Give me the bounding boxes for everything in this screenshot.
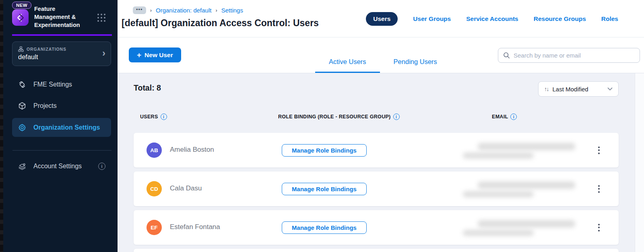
nav-tab-resource-groups[interactable]: Resource Groups [534, 15, 586, 23]
sidebar-item-projects[interactable]: Projects [12, 98, 111, 114]
nav-tab-users[interactable]: Users [366, 12, 398, 26]
sidebar-item-fme-settings[interactable]: FME Settings [12, 76, 111, 93]
user-name: Amelia Boston [170, 146, 214, 154]
row-menu-kebab-icon[interactable] [596, 183, 602, 195]
info-icon[interactable]: i [393, 114, 400, 120]
nav-tab-service-accounts[interactable]: Service Accounts [466, 15, 518, 23]
column-header-users: USERS i [140, 114, 167, 120]
avatar: EF [147, 220, 162, 235]
chevron-right-icon: › [150, 7, 152, 13]
breadcrumb-link-settings[interactable]: Settings [221, 7, 243, 14]
screen: NEW Feature Management & Experimentation [0, 0, 644, 252]
user-name: Cala Dasu [170, 184, 202, 192]
search-input[interactable] [514, 52, 635, 59]
tab-pending-users[interactable]: Pending Users [380, 58, 451, 73]
product-title: Feature Management & Experimentation [34, 5, 80, 29]
sort-dropdown[interactable]: ↑↓ Last Modified [538, 81, 619, 97]
access-control-nav: Users User Groups Service Accounts Resou… [366, 0, 618, 37]
tab-active-users[interactable]: Active Users [315, 58, 380, 73]
redacted-email [463, 153, 534, 159]
organizations-label: ORGANIZATIONS [27, 47, 66, 52]
breadcrumb: ••• › Organization: default › Settings [133, 6, 243, 14]
chevron-right-icon: › [102, 48, 105, 59]
chevron-down-icon [607, 87, 613, 91]
total-count: Total: 8 [134, 83, 161, 93]
new-user-button[interactable]: + New User [129, 48, 181, 62]
users-content: Total: 8 ↑↓ Last Modified USERS i ROLE B… [118, 73, 644, 252]
search-box [498, 48, 640, 63]
sidebar-item-label: Account Settings [33, 163, 82, 170]
sidebar-item-account-settings[interactable]: Account Settings i [12, 158, 111, 174]
redacted-email [478, 220, 575, 227]
info-icon[interactable]: i [510, 114, 517, 120]
toolbar: + New User Active Users Pending Users [118, 37, 644, 73]
apps-grid-icon[interactable] [97, 14, 105, 22]
breadcrumb-ellipsis-button[interactable]: ••• [133, 6, 146, 14]
organization-selector[interactable]: ORGANIZATIONS default › [12, 41, 111, 66]
chevron-right-icon: › [215, 7, 217, 13]
table-row: EF Estefan Fontana Manage Role Bindings [134, 210, 619, 245]
sort-value: Last Modified [553, 86, 604, 93]
sidebar-item-label: FME Settings [33, 81, 72, 88]
table-row: CD Cala Dasu Manage Role Bindings [134, 171, 619, 206]
table-row-partial [134, 249, 619, 252]
user-name: Estefan Fontana [170, 223, 220, 231]
brand-accent-bar [12, 34, 112, 36]
plus-icon: + [137, 51, 141, 59]
gear-icon [18, 123, 27, 132]
main-panel: ••• › Organization: default › Settings [… [118, 0, 644, 252]
breadcrumb-link-organization[interactable]: Organization: default [156, 7, 211, 14]
avatar: AB [147, 143, 162, 158]
search-icon [503, 52, 510, 59]
product-brand: NEW Feature Management & Experimentation [3, 0, 118, 35]
sidebar-divider [12, 150, 111, 151]
table-header-row: USERS i ROLE BINDING (ROLE - RESOURCE GR… [118, 114, 644, 121]
info-icon[interactable]: i [161, 114, 167, 120]
page-title: [default] Organization Access Control: U… [122, 18, 319, 29]
user-list: AB Amelia Boston Manage Role Bindings CD… [134, 133, 619, 252]
desktop-edge-strip [0, 0, 3, 252]
avatar: CD [147, 181, 162, 196]
scroll-gutter[interactable] [635, 73, 644, 252]
info-icon[interactable]: i [98, 163, 105, 170]
sort-arrows-icon: ↑↓ [544, 86, 549, 92]
manage-role-bindings-button[interactable]: Manage Role Bindings [282, 183, 367, 195]
column-header-email: EMAIL i [492, 114, 517, 120]
manage-role-bindings-button[interactable]: Manage Role Bindings [282, 144, 367, 157]
redacted-email [478, 182, 575, 189]
organization-value: default [18, 53, 38, 61]
layers-icon [18, 162, 27, 171]
column-header-role-binding: ROLE BINDING (ROLE - RESOURCE GROUP) i [278, 114, 400, 120]
org-hierarchy-icon [18, 46, 24, 52]
new-badge: NEW [12, 2, 31, 9]
sidebar: NEW Feature Management & Experimentation [3, 0, 118, 252]
split-icon [18, 80, 27, 89]
page-header: ••• › Organization: default › Settings [… [118, 0, 644, 37]
redacted-email [463, 191, 534, 197]
row-menu-kebab-icon[interactable] [596, 221, 602, 233]
cube-icon [18, 101, 27, 110]
redacted-email [463, 230, 534, 236]
sidebar-item-organization-settings[interactable]: Organization Settings [12, 118, 111, 137]
nav-tab-user-groups[interactable]: User Groups [413, 15, 451, 23]
table-row: AB Amelia Boston Manage Role Bindings [134, 133, 619, 167]
redacted-email [478, 143, 575, 150]
row-menu-kebab-icon[interactable] [596, 144, 602, 156]
user-state-tabs: Active Users Pending Users [315, 58, 451, 73]
product-logo-icon [12, 9, 29, 26]
manage-role-bindings-button[interactable]: Manage Role Bindings [282, 221, 367, 234]
sidebar-item-label: Projects [33, 102, 57, 109]
sidebar-item-label: Organization Settings [33, 124, 100, 131]
nav-tab-roles[interactable]: Roles [601, 15, 618, 23]
